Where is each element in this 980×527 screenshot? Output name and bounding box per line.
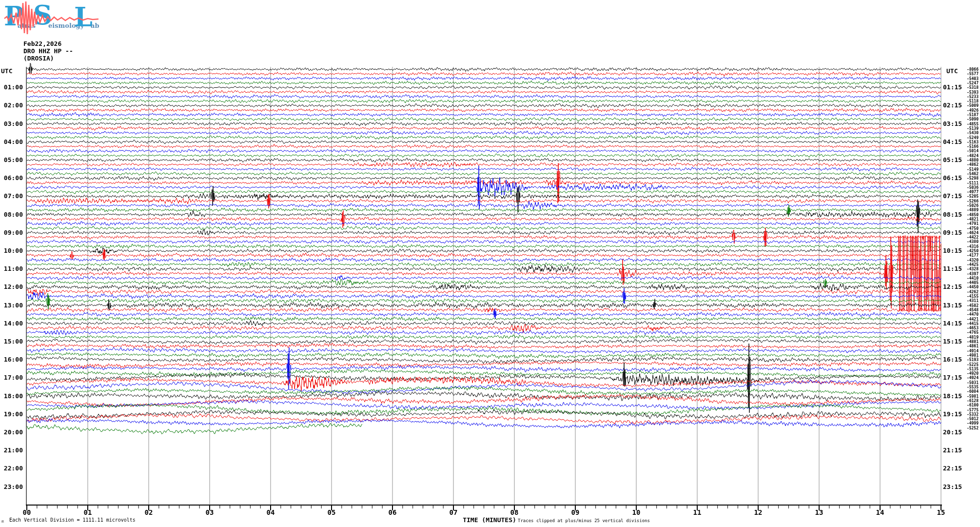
trace-offset-value: -4177 xyxy=(962,253,979,258)
right-hour-label: 05:15 xyxy=(943,157,962,163)
trace-offset-value: -5193 xyxy=(962,358,979,362)
trace-offset-value: -5247 xyxy=(962,81,979,85)
trace-offset-value: -5981 xyxy=(962,394,979,399)
right-hour-label: 01:15 xyxy=(943,84,962,91)
right-hour-label: 23:15 xyxy=(943,484,962,490)
left-hour-label: 09:00 xyxy=(0,229,23,236)
right-hour-label: 14:15 xyxy=(943,320,962,327)
x-axis-label: 06 xyxy=(383,508,402,516)
helicorder-app: P atras S eismology L ab Feb22,2026 DRO … xyxy=(0,0,980,527)
trace-offset-value: -4320 xyxy=(962,258,979,263)
clip-note: Traces clipped at plus/minus 25 vertical… xyxy=(518,518,650,523)
station-header: Feb22,2026 DRO HHZ HP -- (DROSIA) xyxy=(23,40,73,62)
left-hour-label: 18:00 xyxy=(0,393,23,400)
trace-offset-value: -4328 xyxy=(962,267,979,271)
trace-offset-value: -5266 xyxy=(962,199,979,203)
left-hour-label: 03:00 xyxy=(0,121,23,127)
trace-offset-value: -5775 xyxy=(962,408,979,412)
trace-offset-value: -4880 xyxy=(962,158,979,162)
trace-offset-value: -4819 xyxy=(962,335,979,340)
right-hour-label: 03:15 xyxy=(943,121,962,127)
trace-offset-value: -4653 xyxy=(962,326,979,330)
trace-offset-value: -4397 xyxy=(962,272,979,276)
left-hour-label: 19:00 xyxy=(0,411,23,418)
trace-offset-value: -5090 xyxy=(962,117,979,122)
trace-offset-value: -6128 xyxy=(962,399,979,403)
trace-offset-value: -4425 xyxy=(962,263,979,267)
psl-logo: P atras S eismology L ab xyxy=(3,0,105,38)
left-hour-label: 12:00 xyxy=(0,284,23,290)
trace-offset-value: -5163 xyxy=(962,140,979,144)
corner-mark: ʍ xyxy=(1,519,4,524)
left-hour-label: 22:00 xyxy=(0,465,23,472)
trace-offset-value: -5318 xyxy=(962,85,979,90)
right-hour-label: 16:15 xyxy=(943,356,962,363)
left-hour-label: 16:00 xyxy=(0,356,23,363)
trace-offset-value: -4981 xyxy=(962,353,979,358)
trace-offset-value: -4415 xyxy=(962,322,979,326)
trace-offset-value: -5166 xyxy=(962,144,979,149)
utc-label-left: UTC xyxy=(1,67,12,75)
trace-offset-value: -5393 xyxy=(962,90,979,95)
left-hour-label: 07:00 xyxy=(0,193,23,200)
left-hour-label: 14:00 xyxy=(0,320,23,327)
trace-offset-value: -5036 xyxy=(962,185,979,190)
trace-offset-value: -5111 xyxy=(962,181,979,185)
left-hour-label: 13:00 xyxy=(0,302,23,309)
right-hour-label: 11:15 xyxy=(943,265,962,272)
trace-offset-value: -5139 xyxy=(962,126,979,131)
x-axis-label: 05 xyxy=(322,508,341,516)
left-hour-label: 23:00 xyxy=(0,484,23,490)
x-axis-label: 08 xyxy=(505,508,524,516)
right-hour-label: 21:15 xyxy=(943,447,962,454)
trace-offset-value: -5009 xyxy=(962,103,979,108)
trace-offset-value: -5577 xyxy=(962,72,979,76)
logo-letter-l: L xyxy=(74,4,93,30)
trace-offset-value: -5135 xyxy=(962,367,979,371)
x-axis-label: 04 xyxy=(261,508,280,516)
right-hour-label: 07:15 xyxy=(943,193,962,200)
trace-offset-value: -4765 xyxy=(962,330,979,335)
trace-offset-value: -5205 xyxy=(962,194,979,199)
x-axis-label: 11 xyxy=(687,508,707,516)
trace-offset-value: -6084 xyxy=(962,389,979,394)
logo-word-ab: ab xyxy=(91,22,99,29)
x-axis-label: 12 xyxy=(748,508,768,516)
x-axis-label: 15 xyxy=(931,508,951,516)
left-hour-label: 15:00 xyxy=(0,338,23,345)
trace-offset-value: -5031 xyxy=(962,381,979,385)
trace-offset-value: -4750 xyxy=(962,226,979,231)
trace-offset-value: -4977 xyxy=(962,190,979,194)
x-axis-label: 10 xyxy=(627,508,646,516)
x-axis-label: 01 xyxy=(78,508,98,516)
left-hour-label: 17:00 xyxy=(0,374,23,381)
trace-offset-value: -4262 xyxy=(962,290,979,294)
trace-offset-value: -5403 xyxy=(962,77,979,81)
right-hour-label: 06:15 xyxy=(943,175,962,182)
trace-offset-value: -5233 xyxy=(962,95,979,99)
left-hour-label: 01:00 xyxy=(0,84,23,91)
trace-offset-value: -5014 xyxy=(962,149,979,153)
trace-offset-value: -4850 xyxy=(962,213,979,217)
left-hour-label: 20:00 xyxy=(0,429,23,436)
right-hour-label: 08:15 xyxy=(943,211,962,218)
utc-label-right: UTC xyxy=(946,67,958,75)
trace-offset-value: -4311 xyxy=(962,299,979,303)
x-axis-label: 03 xyxy=(200,508,219,516)
trace-offset-value: -4548 xyxy=(962,308,979,312)
trace-offset-value: -4422 xyxy=(962,235,979,240)
left-hour-label: 08:00 xyxy=(0,211,23,218)
trace-offset-value: -5535 xyxy=(962,385,979,389)
trace-offset-value: -4502 xyxy=(962,304,979,308)
right-hour-label: 13:15 xyxy=(943,302,962,309)
right-hour-label: 09:15 xyxy=(943,229,962,236)
trace-offset-value: -4926 xyxy=(962,108,979,113)
trace-offset-value: -4155 xyxy=(962,294,979,299)
trace-offset-value: -5225 xyxy=(962,363,979,367)
trace-offset-value: -4624 xyxy=(962,231,979,235)
header-date: Feb22,2026 xyxy=(23,40,73,47)
trace-offset-value: -4914 xyxy=(962,349,979,353)
left-hour-label: 21:00 xyxy=(0,447,23,454)
right-hour-label: 20:15 xyxy=(943,429,962,436)
trace-offset-value: -5298 xyxy=(962,176,979,181)
